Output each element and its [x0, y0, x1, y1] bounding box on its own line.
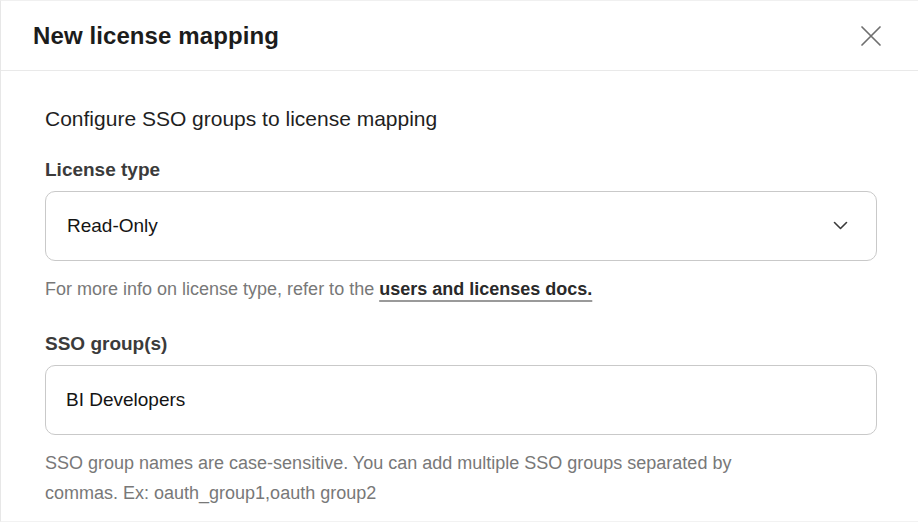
sso-groups-helper: SSO group names are case-sensitive. You …	[45, 448, 745, 508]
new-license-mapping-dialog: New license mapping Configure SSO groups…	[0, 0, 918, 522]
license-type-field: License type Read-Only For more info on …	[45, 159, 876, 304]
sso-groups-field: SSO group(s) SSO group names are case-se…	[45, 333, 876, 508]
license-type-helper-text: For more info on license type, refer to …	[45, 279, 379, 299]
users-and-licenses-docs-link[interactable]: users and licenses docs.	[379, 279, 592, 299]
license-type-selected-value: Read-Only	[67, 215, 158, 237]
dialog-header: New license mapping	[1, 1, 918, 71]
page-title: New license mapping	[33, 22, 279, 50]
section-heading: Configure SSO groups to license mapping	[45, 107, 876, 131]
license-type-label: License type	[45, 159, 876, 181]
sso-groups-input[interactable]	[45, 365, 877, 435]
license-type-helper: For more info on license type, refer to …	[45, 274, 876, 304]
chevron-down-icon	[833, 221, 848, 231]
dialog-body: Configure SSO groups to license mapping …	[1, 71, 918, 508]
close-icon	[858, 23, 884, 49]
sso-groups-label: SSO group(s)	[45, 333, 876, 355]
license-type-select[interactable]: Read-Only	[45, 191, 877, 261]
close-button[interactable]	[854, 19, 888, 53]
